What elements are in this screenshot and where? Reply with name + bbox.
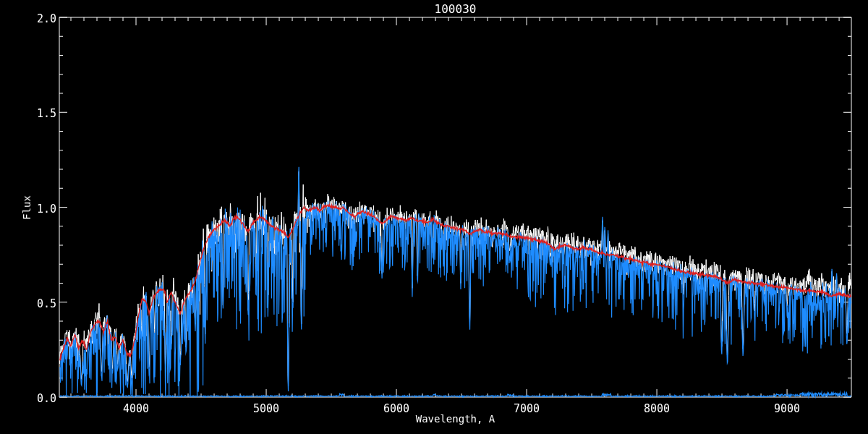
y-tick-label: 2.0 [37, 12, 56, 25]
y-tick-label: 1.5 [37, 107, 56, 120]
x-tick-label: 6000 [383, 402, 409, 415]
spectrum-chart: 100030 Wavelength, A Flux 40005000600070… [0, 0, 868, 434]
x-tick-label: 7000 [514, 402, 540, 415]
y-tick-label: 0.5 [37, 297, 56, 310]
spectrum-canvas [0, 0, 868, 434]
x-axis-label: Wavelength, A [416, 413, 495, 425]
y-tick-label: 1.0 [37, 203, 56, 216]
x-tick-label: 8000 [644, 402, 670, 415]
x-tick-label: 9000 [774, 402, 800, 415]
x-tick-label: 5000 [253, 402, 279, 415]
y-axis-label: Flux [21, 195, 33, 220]
x-tick-label: 4000 [123, 402, 149, 415]
y-tick-label: 0.0 [37, 392, 56, 405]
chart-title: 100030 [435, 2, 477, 16]
